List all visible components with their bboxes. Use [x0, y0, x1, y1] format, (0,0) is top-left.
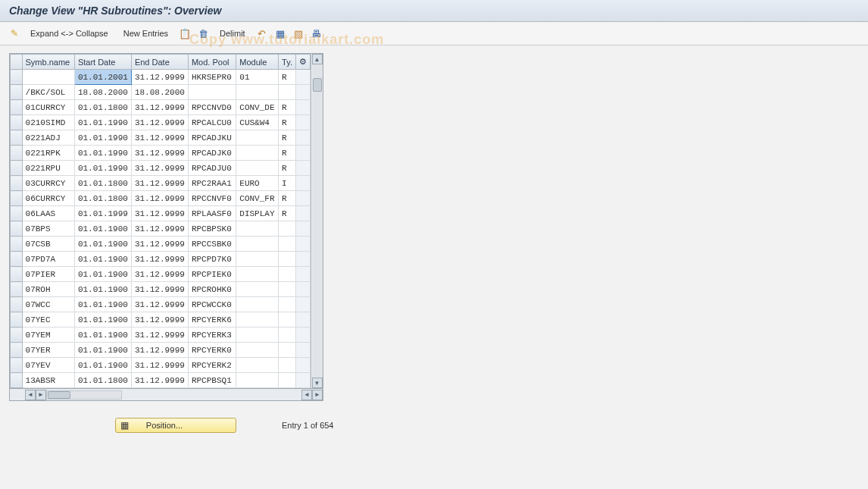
- cell-module[interactable]: [236, 312, 279, 328]
- cell-end[interactable]: 31.12.9999: [131, 176, 188, 191]
- cell-start[interactable]: 01.01.1900: [74, 358, 131, 373]
- new-entries-button[interactable]: New Entries: [117, 27, 174, 39]
- select-all-header[interactable]: [11, 55, 23, 70]
- cell-start[interactable]: 01.01.1800: [74, 191, 131, 206]
- cell-start[interactable]: 01.01.1999: [74, 206, 131, 221]
- cell-start[interactable]: 01.01.2001: [74, 70, 131, 85]
- cell-module[interactable]: CUS&W4: [236, 115, 279, 130]
- row-selector[interactable]: [11, 282, 23, 297]
- table-row[interactable]: 07CSB01.01.190031.12.9999RPCCSBK0: [11, 237, 311, 252]
- scroll-left-end-icon[interactable]: ◄: [301, 390, 312, 400]
- cell-mod-pool[interactable]: RPCALCU0: [188, 115, 236, 130]
- cell-end[interactable]: 31.12.9999: [131, 282, 188, 297]
- table-row[interactable]: 01CURRCY01.01.180031.12.9999RPCCNVD0CONV…: [11, 100, 311, 115]
- cell-mod-pool[interactable]: RPCYERK3: [188, 328, 236, 343]
- cell-start[interactable]: 01.01.1800: [74, 176, 131, 191]
- table-row[interactable]: 13ABSR01.01.180031.12.9999RPCPBSQ1: [11, 373, 311, 388]
- cell-symb[interactable]: 0221RPK: [22, 146, 74, 161]
- row-selector[interactable]: [11, 176, 23, 191]
- cell-module[interactable]: [236, 282, 279, 297]
- cell-end[interactable]: 18.08.2000: [131, 85, 188, 100]
- row-selector[interactable]: [11, 100, 23, 115]
- scroll-right-icon[interactable]: ►: [36, 390, 46, 400]
- table-row[interactable]: 06LAAS01.01.199931.12.9999RPLAASF0DISPLA…: [11, 206, 311, 221]
- cell-mod-pool[interactable]: RPCYERK6: [188, 312, 236, 328]
- cell-symb[interactable]: 07PD7A: [22, 252, 74, 267]
- column-header-type[interactable]: Ty.: [279, 55, 296, 70]
- cell-end[interactable]: 31.12.9999: [131, 267, 188, 282]
- cell-start[interactable]: 01.01.1990: [74, 146, 131, 161]
- cell-mod-pool[interactable]: RPCADJK0: [188, 146, 236, 161]
- vertical-scrollbar[interactable]: ▲ ▼: [311, 54, 323, 388]
- table-row[interactable]: 06CURRCY01.01.180031.12.9999RPCCNVF0CONV…: [11, 191, 311, 206]
- cell-end[interactable]: 31.12.9999: [131, 252, 188, 267]
- expand-collapse-button[interactable]: Expand <-> Collapse: [24, 27, 114, 39]
- row-selector[interactable]: [11, 85, 23, 100]
- cell-mod-pool[interactable]: RPCPD7K0: [188, 252, 236, 267]
- cell-symb[interactable]: 07YER: [22, 343, 74, 358]
- cell-end[interactable]: 31.12.9999: [131, 358, 188, 373]
- cell-end[interactable]: 31.12.9999: [131, 206, 188, 221]
- scroll-left-icon[interactable]: ◄: [25, 390, 36, 400]
- hscroll-thumb[interactable]: [48, 391, 70, 399]
- cell-module[interactable]: EURO: [236, 176, 279, 191]
- cell-symb[interactable]: 01CURRCY: [22, 100, 74, 115]
- table-settings-icon[interactable]: ⚙: [295, 55, 310, 70]
- table-row[interactable]: 07PIER01.01.190031.12.9999RPCPIEK0: [11, 267, 311, 282]
- row-selector[interactable]: [11, 237, 23, 252]
- cell-end[interactable]: 31.12.9999: [131, 328, 188, 343]
- cell-module[interactable]: [236, 130, 279, 146]
- vscroll-track[interactable]: [312, 64, 323, 378]
- table-row[interactable]: 07YER01.01.190031.12.9999RPCYERK0: [11, 343, 311, 358]
- cell-start[interactable]: 01.01.1900: [74, 282, 131, 297]
- cell-symb[interactable]: 07ROH: [22, 282, 74, 297]
- cell-start[interactable]: 01.01.1900: [74, 343, 131, 358]
- cell-start[interactable]: 01.01.1900: [74, 252, 131, 267]
- table-row[interactable]: 07YEM01.01.190031.12.9999RPCYERK3: [11, 328, 311, 343]
- scroll-down-icon[interactable]: ▼: [312, 378, 323, 388]
- cell-end[interactable]: 31.12.9999: [131, 70, 188, 85]
- cell-mod-pool[interactable]: RPCYERK0: [188, 343, 236, 358]
- table-row[interactable]: 03CURRCY01.01.180031.12.9999RPC2RAA1EURO…: [11, 176, 311, 191]
- table-row[interactable]: /BKC/SOL18.08.200018.08.2000: [11, 85, 311, 100]
- cell-module[interactable]: [236, 161, 279, 176]
- cell-module[interactable]: [236, 267, 279, 282]
- cell-mod-pool[interactable]: RPCCNVD0: [188, 100, 236, 115]
- cell-symb[interactable]: 03CURRCY: [22, 176, 74, 191]
- cell-end[interactable]: 31.12.9999: [131, 130, 188, 146]
- cell-module[interactable]: CONV_DE: [236, 100, 279, 115]
- row-selector[interactable]: [11, 191, 23, 206]
- cell-symb[interactable]: 07YEC: [22, 312, 74, 328]
- cell-symb[interactable]: 0221RPU: [22, 161, 74, 176]
- cell-type[interactable]: R: [279, 206, 296, 221]
- cell-type[interactable]: R: [279, 130, 296, 146]
- row-selector[interactable]: [11, 161, 23, 176]
- table-row[interactable]: 0221ADJ01.01.199031.12.9999RPCADJKUR: [11, 130, 311, 146]
- cell-symb[interactable]: [22, 70, 74, 85]
- cell-symb[interactable]: 07YEV: [22, 358, 74, 373]
- row-selector[interactable]: [11, 297, 23, 312]
- cell-start[interactable]: 01.01.1900: [74, 237, 131, 252]
- cell-symb[interactable]: 06LAAS: [22, 206, 74, 221]
- cell-symb[interactable]: /BKC/SOL: [22, 85, 74, 100]
- cell-end[interactable]: 31.12.9999: [131, 146, 188, 161]
- row-selector[interactable]: [11, 115, 23, 130]
- cell-mod-pool[interactable]: RPCROHK0: [188, 282, 236, 297]
- cell-mod-pool[interactable]: HKRSEPR0: [188, 70, 236, 85]
- cell-end[interactable]: 31.12.9999: [131, 312, 188, 328]
- cell-type[interactable]: [279, 373, 296, 388]
- cell-end[interactable]: 31.12.9999: [131, 297, 188, 312]
- column-header-start[interactable]: Start Date: [74, 55, 131, 70]
- position-button[interactable]: ▦ Position...: [115, 418, 236, 433]
- cell-start[interactable]: 01.01.1800: [74, 100, 131, 115]
- row-selector[interactable]: [11, 70, 23, 85]
- row-selector[interactable]: [11, 312, 23, 328]
- cell-type[interactable]: [279, 85, 296, 100]
- cell-type[interactable]: [279, 312, 296, 328]
- select-all-icon[interactable]: ▦: [273, 27, 288, 40]
- cell-symb[interactable]: 07YEM: [22, 328, 74, 343]
- cell-start[interactable]: 01.01.1990: [74, 130, 131, 146]
- row-selector[interactable]: [11, 130, 23, 146]
- cell-start[interactable]: 01.01.1900: [74, 267, 131, 282]
- cell-type[interactable]: [279, 343, 296, 358]
